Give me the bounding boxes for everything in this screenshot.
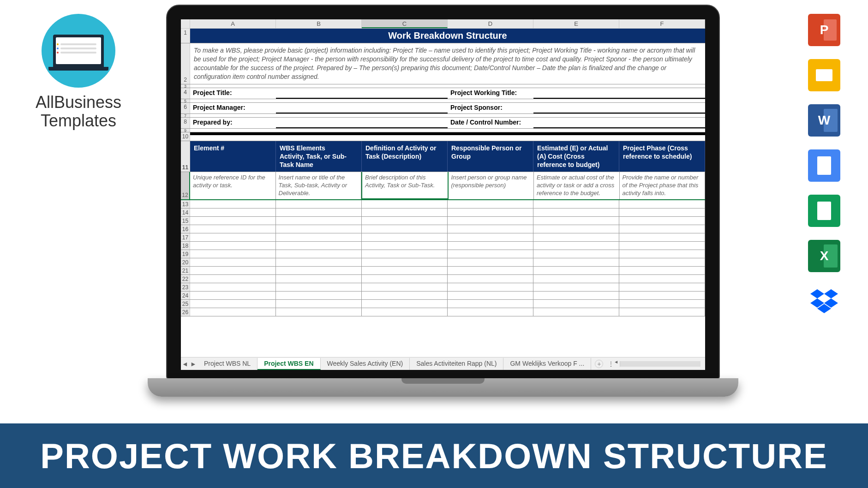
hint-definition[interactable]: Brief description of this Activity, Task… — [361, 172, 449, 199]
row-num[interactable]: 15 — [181, 217, 190, 225]
input-project-sponsor[interactable] — [533, 103, 619, 113]
input-date-control[interactable] — [533, 118, 619, 128]
horizontal-scrollbar[interactable] — [620, 361, 700, 367]
sheet-rows: 1 Work Breakdown Structure 2 To make a W… — [181, 29, 705, 357]
row-num[interactable]: 26 — [181, 308, 190, 316]
row-num[interactable]: 11 — [181, 141, 190, 172]
sheet-tab[interactable]: GM Weklijks Verkoop F ... — [503, 358, 591, 370]
row-num[interactable]: 17 — [181, 233, 190, 241]
input-prepared-by[interactable] — [276, 118, 362, 128]
row-num[interactable]: 20 — [181, 258, 190, 266]
field-row-1: 4 Project Title: Project Working Title: — [181, 88, 705, 99]
row-num[interactable]: 2 — [181, 43, 190, 84]
th-responsible[interactable]: Responsible Person or Group — [448, 141, 533, 172]
brand-name-line2: Templates — [23, 112, 134, 130]
label-project-sponsor[interactable]: Project Sponsor: — [448, 103, 533, 113]
sheet-tab[interactable]: Project WBS NL — [198, 358, 257, 370]
tab-nav-prev[interactable]: ◄ — [181, 360, 189, 368]
field-row-2: 6 Project Manager: Project Sponsor: — [181, 103, 705, 114]
tab-nav-next[interactable]: ► — [189, 360, 198, 368]
row-num[interactable]: 8 — [181, 118, 190, 128]
input-project-manager[interactable] — [276, 103, 362, 113]
table-row: 23 — [181, 283, 705, 292]
spreadsheet: A B C D E F 1 Work Breakdown Structure 2… — [181, 19, 705, 370]
excel-icon: X — [808, 240, 840, 272]
separator-bar: 10 — [181, 132, 705, 141]
powerpoint-icon: P — [808, 14, 840, 46]
row-num[interactable]: 1 — [181, 29, 190, 43]
hint-element[interactable]: Unique reference ID for the activity or … — [190, 172, 276, 199]
laptop-icon — [53, 35, 104, 67]
sheet-tab[interactable]: Weekly Sales Activity (EN) — [321, 358, 410, 370]
dropbox-icon — [808, 285, 840, 317]
th-cost[interactable]: Estimated (E) or Actual (A) Cost (Cross … — [533, 141, 619, 172]
table-row: 16 — [181, 225, 705, 233]
label-project-title[interactable]: Project Title: — [190, 88, 276, 99]
row-num[interactable]: 10 — [181, 132, 190, 141]
row-num[interactable]: 5 — [181, 99, 190, 102]
label-working-title[interactable]: Project Working Title: — [448, 88, 533, 99]
col-header-a[interactable]: A — [190, 19, 276, 28]
hint-responsible[interactable]: Insert person or group name (responsible… — [449, 172, 534, 199]
laptop-mockup: A B C D E F 1 Work Breakdown Structure 2… — [166, 5, 720, 397]
field-row-3: 8 Prepared by: Date / Control Number: — [181, 118, 705, 129]
col-header-f[interactable]: F — [619, 19, 705, 28]
row-num[interactable]: 4 — [181, 88, 190, 99]
sheet-title[interactable]: Work Breakdown Structure — [190, 29, 705, 43]
row-num[interactable]: 22 — [181, 275, 190, 283]
description-row: 2 To make a WBS, please provide basic (p… — [181, 43, 705, 84]
row-num[interactable]: 16 — [181, 225, 190, 233]
label-project-manager[interactable]: Project Manager: — [190, 103, 276, 113]
row-num[interactable]: 18 — [181, 242, 190, 250]
add-sheet-button[interactable]: + — [595, 360, 603, 368]
row-num[interactable]: 12 — [181, 172, 190, 199]
google-sheets-icon — [808, 195, 840, 227]
table-row: 19 — [181, 250, 705, 258]
word-icon: W — [808, 104, 840, 137]
row-num[interactable]: 6 — [181, 103, 190, 113]
col-header-e[interactable]: E — [533, 19, 619, 28]
table-header-row: 11 Element # WBS Elements Activity, Task… — [181, 141, 705, 173]
col-header-b[interactable]: B — [276, 19, 362, 28]
table-row: 21 — [181, 267, 705, 275]
sheet-tab[interactable]: Sales Activiteiten Rapp (NL) — [410, 358, 503, 370]
file-type-icons: P W X — [808, 14, 845, 330]
table-row: 20 — [181, 258, 705, 267]
label-prepared-by[interactable]: Prepared by: — [190, 118, 276, 128]
banner-text: PROJECT WORK BREAKDOWN STRUCTURE — [40, 436, 827, 476]
hint-cost[interactable]: Estimate or actual cost of the activity … — [534, 172, 620, 199]
table-row: 17 — [181, 233, 705, 242]
hint-phase[interactable]: Provide the name or number of the Projec… — [620, 172, 706, 199]
table-row: 24 — [181, 292, 705, 300]
row-num[interactable]: 13 — [181, 200, 190, 208]
row-num[interactable]: 23 — [181, 283, 190, 291]
row-num[interactable]: 9 — [181, 129, 190, 132]
th-wbs-elements[interactable]: WBS Elements Activity, Task, or Sub-Task… — [276, 141, 362, 172]
input-working-title[interactable] — [533, 88, 619, 99]
row-num[interactable]: 19 — [181, 250, 190, 258]
row-num[interactable]: 25 — [181, 300, 190, 308]
col-header-c[interactable]: C — [362, 19, 448, 28]
title-row: 1 Work Breakdown Structure — [181, 29, 705, 43]
google-docs-icon — [808, 149, 840, 182]
row-num[interactable]: 7 — [181, 114, 190, 117]
label-date-control[interactable]: Date / Control Number: — [448, 118, 533, 128]
brand-name-line1: AllBusiness — [23, 93, 134, 112]
description-cell[interactable]: To make a WBS, please provide basic (pro… — [190, 43, 705, 84]
table-row: 14 — [181, 208, 705, 217]
hint-wbs[interactable]: Insert name or title of the Task, Sub-ta… — [276, 172, 362, 199]
th-phase[interactable]: Project Phase (Cross reference to schedu… — [619, 141, 705, 172]
sheet-tab[interactable]: Project WBS EN — [257, 358, 320, 370]
input-project-title[interactable] — [276, 88, 362, 99]
row-num[interactable]: 14 — [181, 208, 190, 216]
row-num[interactable]: 3 — [181, 84, 190, 88]
th-element[interactable]: Element # — [190, 141, 276, 172]
google-slides-icon — [808, 59, 840, 91]
col-header-d[interactable]: D — [448, 19, 533, 28]
row-num[interactable]: 21 — [181, 267, 190, 274]
column-headers: A B C D E F — [181, 19, 705, 29]
row-num[interactable]: 24 — [181, 292, 190, 299]
th-definition[interactable]: Definition of Activity or Task (Descript… — [362, 141, 448, 172]
bottom-banner: PROJECT WORK BREAKDOWN STRUCTURE — [0, 423, 868, 488]
brand-circle-icon — [42, 14, 115, 88]
